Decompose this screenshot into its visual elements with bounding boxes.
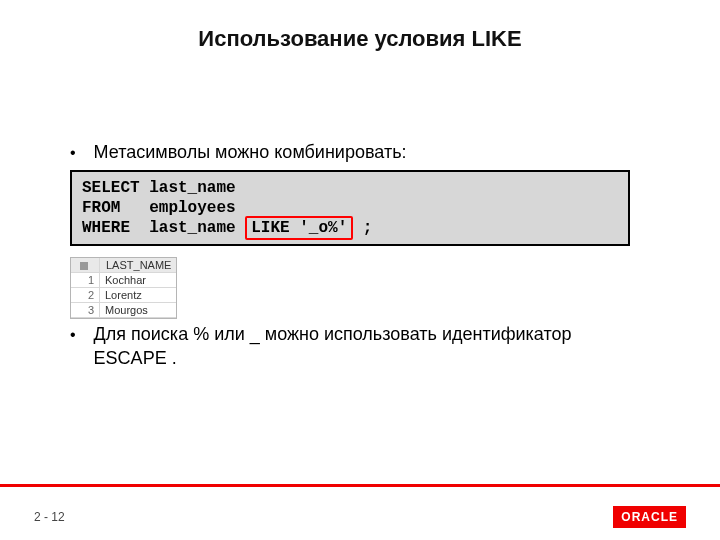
column-icon (80, 262, 88, 270)
code-line-1: SELECT last_name (82, 179, 236, 197)
table-row: 2 Lorentz (71, 288, 176, 303)
bullet-dot-icon: • (70, 324, 76, 346)
table-cell-rownum: 3 (71, 303, 100, 318)
page-prefix: 2 - (34, 510, 51, 524)
bullet-dot-icon: • (70, 142, 76, 164)
sql-code-block: SELECT last_name FROM employees WHERE la… (70, 170, 630, 246)
code-line-2: FROM employees (82, 199, 236, 217)
table-cell-value: Mourgos (100, 303, 176, 318)
code-line-3-post: ; (353, 219, 372, 237)
table-header-row: LAST_NAME (71, 258, 176, 273)
slide: Использование условия LIKE • Метасимволы… (0, 0, 720, 540)
table-row: 1 Kochhar (71, 273, 176, 288)
table-cell-rownum: 1 (71, 273, 100, 288)
bullet-1-text: Метасимволы можно комбинировать: (94, 140, 407, 164)
bullet-1: • Метасимволы можно комбинировать: (70, 140, 650, 164)
page-number: 2 - 12 (34, 510, 65, 524)
result-table: LAST_NAME 1 Kochhar 2 Lorentz 3 Mourgos (70, 257, 177, 319)
table-header-lastname: LAST_NAME (100, 258, 176, 273)
code-line-3-pre: WHERE last_name (82, 219, 245, 237)
page-num: 12 (51, 510, 64, 524)
table-cell-value: Lorentz (100, 288, 176, 303)
bullet-2-container: • Для поиска % или _ можно использовать … (70, 322, 630, 379)
table-row: 3 Mourgos (71, 303, 176, 318)
bullet-2-text: Для поиска % или _ можно использовать ид… (94, 322, 630, 371)
oracle-logo: ORACLE (613, 506, 686, 528)
table-header-rownum (71, 258, 100, 273)
bullet-2: • Для поиска % или _ можно использовать … (70, 322, 630, 371)
table-cell-value: Kochhar (100, 273, 176, 288)
table-cell-rownum: 2 (71, 288, 100, 303)
code-highlight-like: LIKE '_o%' (245, 216, 353, 240)
body-area: • Метасимволы можно комбинировать: (70, 140, 650, 172)
slide-title: Использование условия LIKE (0, 26, 720, 52)
footer-red-bar (0, 484, 720, 487)
